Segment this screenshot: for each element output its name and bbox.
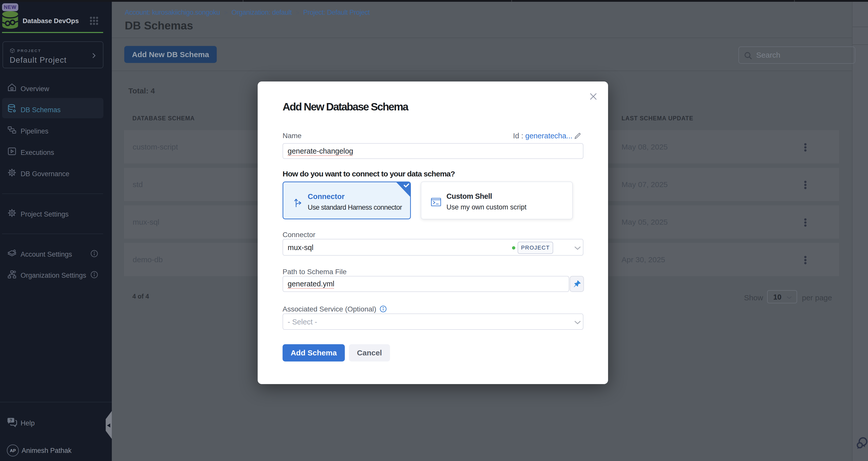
svg-text:?: ? bbox=[10, 418, 12, 423]
